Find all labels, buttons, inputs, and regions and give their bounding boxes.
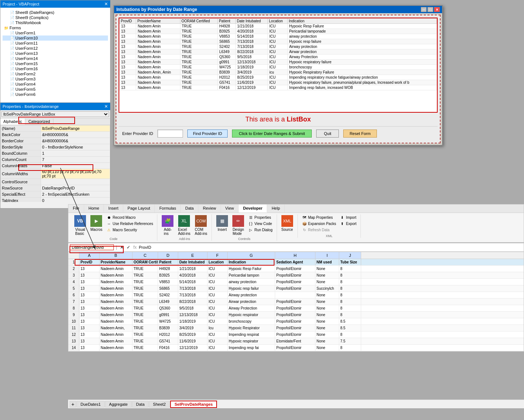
ss-cell-r5-c9[interactable]: 8 [339, 285, 361, 292]
ss-cell-r11-c7[interactable]: Propofol/Etomir [275, 325, 315, 331]
listbox-row[interactable]: 13Nadeem Amin, AminTRUEB38393/4/2019icuH… [120, 70, 437, 75]
ss-cell-r4-c4[interactable]: 5/14/2018 [178, 279, 207, 285]
props-tab-categorized[interactable]: Categorized [25, 119, 53, 125]
ss-cell-r7-c4[interactable]: 8/22/2018 [178, 299, 207, 305]
ss-cell-r8-c7[interactable]: Propofol/Etomir [275, 305, 315, 311]
ss-cell-r14-c5[interactable]: ICU [207, 345, 228, 351]
col-header-e[interactable]: E [178, 252, 207, 259]
ss-cell-r6-c9[interactable]: 8 [339, 292, 361, 298]
ss-cell-r2-c9[interactable]: 8 [339, 266, 361, 272]
ss-cell-r6-c1[interactable]: Nadeem Amin [100, 292, 132, 298]
table-row[interactable]: 913Nadeem AminTRUEg099112/13/2018ICUHypo… [68, 312, 524, 318]
table-row[interactable]: 1113Nadeem Amin,TRUEB38393/4/2019IcuHypo… [68, 325, 524, 331]
tree-item-userform6[interactable]: 📄UserForm6 [3, 92, 108, 97]
tree-item-userform13[interactable]: 📄UserForm13 [3, 51, 108, 56]
ss-cell-r2-c7[interactable]: Propofol/Etomir [275, 266, 315, 272]
ss-cell-r10-c8[interactable]: None [315, 318, 339, 325]
ss-cell-r12-c0[interactable]: 13 [79, 331, 100, 338]
ss-cell-r11-c2[interactable]: TRUE [132, 325, 158, 331]
relative-refs-btn[interactable]: ↔ Use Relative References [105, 221, 154, 226]
ss-cell-r3-c8[interactable]: None [315, 272, 339, 278]
props-table-container[interactable]: (Name)lbSelProvDateRangeBackColor&H80000… [0, 125, 110, 202]
export-btn[interactable]: ⬆ Export [338, 221, 358, 226]
ss-cell-r5-c7[interactable]: Propofol/Etomir [275, 285, 315, 292]
ss-cell-r2-c6[interactable]: Hypoxic Resp Failur [228, 266, 275, 272]
ss-cell-r14-c3[interactable]: F0416 [158, 345, 178, 351]
close-btn[interactable]: ✕ [434, 7, 440, 12]
insert-controls-btn[interactable]: ▦ Insert [215, 214, 229, 232]
ss-cell-r14-c0[interactable]: 13 [79, 345, 100, 351]
maximize-btn[interactable]: □ [427, 7, 433, 12]
props-object-select[interactable]: lbSelProvDateRange ListBox [1, 111, 109, 117]
ss-cell-r11-c9[interactable]: 8.5 [339, 325, 361, 331]
vba-tree[interactable]: 📄Sheet8 (DateRanges)📄Sheet9 (Complics)📄T… [1, 8, 109, 104]
listbox-row[interactable]: 13Nadeem AminTRUEL63498/22/2018ICUAirwar… [120, 49, 437, 55]
ss-cell-r6-c3[interactable]: S2402 [158, 292, 178, 298]
ss-cell-r6-c7[interactable] [275, 292, 315, 298]
col-header-a[interactable]: A [79, 252, 100, 259]
ss-cell-r7-c7[interactable]: Propofol/Etomir [275, 299, 315, 305]
table-row[interactable]: 513Nadeem AminTRUES68657/13/2018ICUHypox… [68, 285, 524, 292]
ss-cell-r4-c1[interactable]: Nadeem Amin [100, 279, 132, 285]
ss-cell-r8-c3[interactable]: Q5360 [158, 305, 178, 311]
table-row[interactable]: 1313Nadeem AminTRUEG574111/6/2019ICUHypo… [68, 338, 524, 345]
props-tab-alphabetic[interactable]: Alphabetic [0, 119, 25, 125]
table-row[interactable]: 1413Nadeem AminTRUEF041612/12/2019ICUImp… [68, 345, 524, 351]
ss-cell-r2-c4[interactable]: 1/21/2018 [178, 266, 207, 272]
source-btn[interactable]: XML Source [280, 214, 295, 232]
ss-cell-r9-c0[interactable]: 13 [79, 312, 100, 318]
ss-cell-r5-c4[interactable]: 7/13/2018 [178, 285, 207, 292]
ss-cell-r12-c2[interactable]: TRUE [132, 331, 158, 338]
ss-cell-r3-c6[interactable]: Pericardial tampon [228, 272, 275, 278]
ribbon-tab-formulas[interactable]: Formulas [155, 205, 181, 213]
ss-cell-r3-c4[interactable]: 4/20/2018 [178, 272, 207, 278]
run-dialog-btn[interactable]: ▷ Run Dialog [247, 227, 273, 233]
ss-cell-r11-c3[interactable]: B3839 [158, 325, 178, 331]
ss-cell-r5-c5[interactable]: ICU [207, 285, 228, 292]
ss-cell-r9-c3[interactable]: g0991 [158, 312, 178, 318]
ss-cell-r8-c0[interactable]: 13 [79, 305, 100, 311]
reset-form-btn[interactable]: Reset Form [343, 130, 377, 138]
ss-cell-r12-c6[interactable]: Impending respirat [228, 331, 275, 338]
ss-cell-r14-c6[interactable]: Impending resp fai [228, 345, 275, 351]
props-close-btn[interactable]: ✕ [104, 104, 108, 109]
add-sheet-btn[interactable]: + [70, 401, 76, 408]
ss-cell-r2-c5[interactable]: ICU [207, 266, 228, 272]
macros-btn[interactable]: ▶ Macros [89, 214, 104, 232]
ss-cell-r12-c3[interactable]: H2012 [158, 331, 178, 338]
ss-cell-r7-c2[interactable]: TRUE [132, 299, 158, 305]
ss-cell-r7-c8[interactable]: None [315, 299, 339, 305]
tree-item-userform10[interactable]: 📄UserForm10 [3, 35, 108, 41]
table-row[interactable]: 413Nadeem AminTRUEV88535/14/2018ICUairwa… [68, 279, 524, 285]
ribbon-tab-help[interactable]: Help [267, 205, 285, 213]
sheet-tab-sheet2[interactable]: Sheet2 [149, 401, 170, 408]
ss-cell-r12-c7[interactable]: Propofol/Etomir [275, 331, 315, 338]
listbox-row[interactable]: 13Nadeem AminTRUEF041612/12/2019ICUImpen… [120, 85, 437, 90]
ss-cell-r4-c5[interactable]: ICU [207, 279, 228, 285]
col-header-j[interactable]: J [339, 252, 361, 259]
ss-cell-r10-c1[interactable]: Nadeem Amin [100, 318, 132, 325]
ss-cell-r3-c5[interactable]: ICU [207, 272, 228, 278]
ss-cell-r9-c8[interactable]: None [315, 312, 339, 318]
tree-item-userform16[interactable]: 📄UserForm16 [3, 66, 108, 71]
listbox-row[interactable]: 13Nadeem AminTRUEG574111/6/2019ICUHypoxi… [120, 80, 437, 85]
ss-cell-r5-c2[interactable]: TRUE [132, 285, 158, 292]
tree-item-userform11[interactable]: 📄UserForm11 [3, 41, 108, 46]
ss-cell-r4-c2[interactable]: TRUE [132, 279, 158, 285]
sheet-tab-duedates[interactable]: DueDates1 [76, 401, 105, 408]
ss-cell-r14-c7[interactable]: Propofol/Etomir [275, 345, 315, 351]
ss-cell-r10-c3[interactable]: W4725 [158, 318, 178, 325]
col-header-f[interactable]: F [207, 252, 228, 259]
ss-cell-r3-c0[interactable]: 13 [79, 272, 100, 278]
tree-item-forms[interactable]: 📁Forms [3, 25, 108, 30]
col-header-b[interactable]: B [100, 252, 132, 259]
col-header-g[interactable]: G [228, 252, 275, 259]
ss-cell-r14-c8[interactable]: None [315, 345, 339, 351]
ss-cell-r7-c3[interactable]: L6349 [158, 299, 178, 305]
ss-cell-r4-c9[interactable]: 8 [339, 279, 361, 285]
ss-cell-r10-c6[interactable]: bronchoscopy [228, 318, 275, 325]
ss-cell-r8-c2[interactable]: TRUE [132, 305, 158, 311]
view-code-btn[interactable]: { } View Code [247, 221, 273, 226]
ss-cell-r11-c1[interactable]: Nadeem Amin, [100, 325, 132, 331]
ss-cell-r8-c4[interactable]: 9/5/2018 [178, 305, 207, 311]
